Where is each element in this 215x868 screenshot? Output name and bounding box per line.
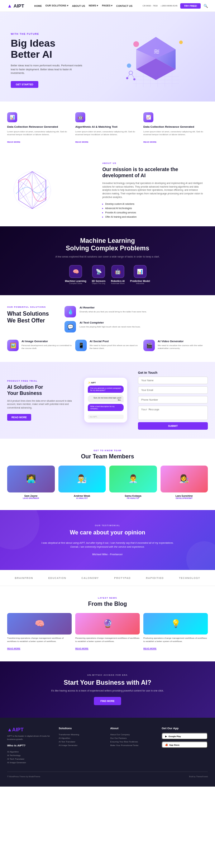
- footer-who-title: Who is AIPT?: [7, 744, 53, 747]
- team-photo-0: 👩‍💻: [7, 466, 55, 492]
- footer-col-solutions: Solutions Transformer Meaning AI Algorit…: [59, 727, 105, 764]
- ml-feature-1: 📡 3D Sensors Object Tra cing: [92, 265, 106, 284]
- footer-who-2: AI Tech Translator: [7, 757, 53, 761]
- ml-banner-section: Machine Learning Solving Complex Problem…: [0, 226, 215, 295]
- hero-cta-button[interactable]: GET STARTED: [11, 81, 38, 88]
- cta-read-more-button[interactable]: READ MORE: [7, 414, 31, 421]
- footer-logo: ▲AIPT: [7, 727, 53, 732]
- footer-solutions-title: Solutions: [59, 727, 105, 730]
- feature-read-more-0[interactable]: READ MORE: [7, 141, 20, 143]
- form-name-input[interactable]: [138, 377, 208, 384]
- blog-title: From the Blog: [7, 601, 208, 607]
- nav-about[interactable]: ABOUT US: [72, 5, 85, 7]
- team-name-1: Andrew Weak: [58, 495, 106, 497]
- footer-about-list: About Our Company Our Our Partners Ensur…: [110, 733, 157, 747]
- hero-section: WITH THE FUTURE Big Ideas Better AI Bett…: [0, 12, 215, 102]
- testimonial-text: I was skeptical at first about using AIP…: [39, 541, 176, 549]
- nav-news[interactable]: NEWS ▾: [89, 4, 98, 7]
- solutions-top-cards: 💧 AI Rewriter Diversify what do you feel…: [64, 306, 208, 332]
- footer-sol-1: AI Algorithm: [59, 736, 105, 740]
- form-phone-input[interactable]: [138, 396, 208, 404]
- chat-header: ✨ AIPT: [88, 381, 124, 384]
- footer-sol-2: AI Text Translator: [59, 740, 105, 744]
- svg-point-14: [133, 41, 139, 47]
- search-icon[interactable]: 🔍: [204, 4, 208, 8]
- hero-cube-svg: ≋: [122, 26, 190, 94]
- sol-card-2: 🖼️ AI Image Generator Personal developme…: [7, 340, 72, 351]
- partner-2: CALONOMY: [81, 577, 99, 579]
- google-play-icon: ▶: [165, 735, 167, 737]
- nav-pages[interactable]: PAGES ▾: [102, 4, 113, 7]
- about-title: Our mission is to accelerate the develop…: [102, 166, 208, 179]
- footer-col-brand: ▲AIPT AIPT is the leader in digital driv…: [7, 727, 53, 764]
- svg-line-20: [128, 74, 130, 77]
- nav-home[interactable]: HOME: [34, 5, 42, 7]
- sol-icon-3: 📱: [75, 340, 87, 351]
- cta-form: SUBMIT: [138, 377, 208, 430]
- nav-solutions[interactable]: OUR SOLUTIONS ▾: [46, 4, 68, 7]
- partner-0: BRAINFRON: [15, 577, 33, 579]
- feature-item-0: 📊 Data Collection Relevance Generated Lo…: [7, 112, 72, 144]
- google-play-button[interactable]: ▶ Google Play: [162, 733, 208, 740]
- feature-read-more-1[interactable]: READ MORE: [75, 141, 89, 143]
- testimonial-title: We care about your opinion: [11, 529, 204, 536]
- sol-icon-4: 🎬: [143, 340, 155, 351]
- chat-bubble-2: Sure, let me know what topic you'd like.: [88, 395, 124, 402]
- form-submit-button[interactable]: SUBMIT: [138, 422, 208, 430]
- footer-copyright: © WordPress Theme by ModelTheme: [7, 775, 40, 778]
- logo: ▲ AIPT: [7, 3, 24, 9]
- feature-title-2: Data Collection Relevance Generated: [143, 125, 208, 129]
- blog-read-more-0[interactable]: READ MORE: [7, 647, 20, 650]
- feature-desc-0: Lorem ipsum dolor sit amet, consectetur …: [7, 130, 72, 136]
- chat-bubble-3: Write a brief description for my company…: [88, 404, 124, 411]
- feature-icon-2: 📈: [143, 112, 153, 122]
- cta-form-wrapper: Get In Touch SUBMIT: [138, 371, 208, 430]
- cta-bottom-button[interactable]: FIND MORE: [94, 697, 121, 705]
- nav-contact[interactable]: CONTACT US: [116, 5, 132, 7]
- feature-icon-0: 📊: [7, 112, 17, 122]
- about-tag: ABOUT US: [102, 162, 208, 164]
- blog-img-1: 🔮: [75, 613, 140, 635]
- try-free-button[interactable]: TRY FREE!: [180, 3, 201, 9]
- sol-icon-0: 💧: [64, 306, 76, 317]
- footer-about-2: Ensuring Your Best Toolkines: [110, 740, 157, 744]
- ml-banner-sub: A few areas explored that AI solutions c…: [54, 255, 161, 258]
- sol-card-4: 🎬 AI Video Generator We need to visualiz…: [143, 340, 208, 351]
- phone1: CB 9830 - 7830: [143, 5, 158, 7]
- blog-read-more-2[interactable]: READ MORE: [143, 647, 157, 650]
- team-photo-1: 👨‍🔬: [58, 466, 106, 492]
- footer-about-1: Our Our Partners: [110, 736, 157, 740]
- sol-card-text-4: AI Video Generator We need to visualize …: [158, 340, 208, 350]
- svg-point-16: [127, 63, 131, 68]
- svg-point-18: [126, 77, 128, 79]
- blog-read-more-1[interactable]: READ MORE: [75, 647, 89, 650]
- footer-bottom: © WordPress Theme by ModelTheme Built by…: [7, 772, 208, 778]
- solutions-tag: OUR POWERFUL SOLUTIONS: [7, 306, 57, 308]
- sol-card-text-3: AI Social Post We need to future proof t…: [90, 340, 140, 350]
- cta-bottom-desc: It's like having access to a team of exp…: [11, 689, 204, 692]
- cta-left: PRODUCT FREE TRIAL AI Solution For Your …: [7, 380, 77, 421]
- app-store-button[interactable]: 🍎 App Store: [162, 741, 208, 748]
- footer-who-list: AI Algorithm AI Technology AI Tech Trans…: [7, 750, 53, 764]
- footer-sol-0: Transformer Meaning: [59, 733, 105, 736]
- about-list-item-0: Develop custom AI solutions: [102, 202, 208, 206]
- footer-about-0: About Our Company: [110, 733, 157, 736]
- ml-feature-3: 📊 Predictive Model Industrial: [130, 265, 150, 284]
- sol-icon-1: 💬: [64, 321, 76, 332]
- team-name-3: Lara Sunshine: [161, 495, 208, 497]
- cta-contact-section: PRODUCT FREE TRIAL AI Solution For Your …: [0, 362, 215, 439]
- hero-visual: ≋: [108, 26, 204, 94]
- team-role-3: DEVELOPER/SMT: [161, 497, 208, 499]
- feature-read-more-2[interactable]: READ MORE: [143, 141, 157, 143]
- cta-bottom-title: Start Your Business with AI?: [11, 679, 204, 687]
- partner-1: EDUCATION: [48, 577, 66, 579]
- footer-desc: AIPT is the leader in digital driven AI …: [7, 735, 53, 741]
- svg-line-21: [132, 74, 134, 78]
- form-email-input[interactable]: [138, 386, 208, 394]
- blog-card-0: 🧠 Transforming operations change managem…: [7, 613, 72, 651]
- testimonial-section: OUR TESTIMONIAL We care about your opini…: [0, 510, 215, 570]
- footer-columns: ▲AIPT AIPT is the leader in digital driv…: [7, 727, 208, 764]
- ml-feature-icon-2: 🤖: [111, 265, 124, 278]
- form-message-textarea[interactable]: [138, 406, 208, 420]
- team-photo-2: 👨‍💼: [109, 466, 157, 492]
